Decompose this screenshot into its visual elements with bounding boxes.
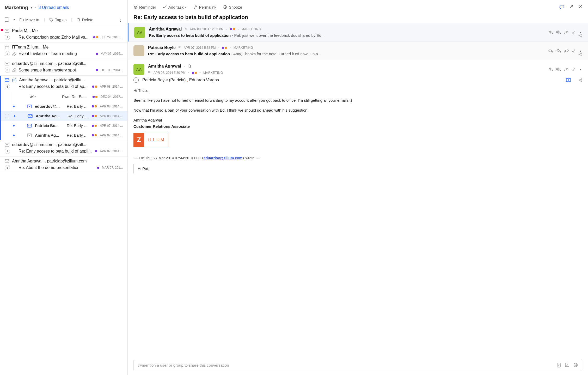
share-icon[interactable] bbox=[578, 34, 582, 38]
child-subject: Fwd: Re: Ea... bbox=[62, 94, 89, 99]
thread-child-item[interactable]: MeFwd: Re: Ea...DEC 04, 2017... bbox=[0, 92, 127, 101]
thread-item[interactable]: eduardov@zillum.com... patriciab@zill...… bbox=[0, 59, 127, 76]
thread-child-item[interactable]: Amritha Ag...Re: Early a...APR 07, 2014 … bbox=[0, 130, 127, 140]
search-icon[interactable] bbox=[187, 64, 192, 68]
child-subject: Re: Early a... bbox=[67, 123, 89, 128]
share-icon[interactable] bbox=[578, 78, 582, 82]
svg-rect-3 bbox=[5, 62, 9, 65]
message-list-pane: Marketing ▾ • 3 Unread emails ▾ Move to … bbox=[0, 0, 128, 375]
thread-child-item[interactable]: eduardov@...Re: Early a...APR 08, 2014 .… bbox=[0, 101, 127, 111]
svg-rect-5 bbox=[27, 105, 32, 108]
mention-input[interactable]: @mention a user or group to share this c… bbox=[133, 359, 582, 371]
reply-icon[interactable] bbox=[548, 68, 553, 71]
reply-icon[interactable] bbox=[548, 49, 553, 53]
folder-dropdown-icon[interactable]: ▾ bbox=[31, 6, 32, 9]
thread-subject: Re. Comparison page: Zoho Mail vs... bbox=[19, 35, 91, 40]
folder-name: Marketing bbox=[5, 5, 28, 10]
folder-header: Marketing ▾ • 3 Unread emails bbox=[0, 0, 127, 14]
task-square-icon[interactable] bbox=[565, 363, 569, 367]
chevron-down-icon[interactable]: ▾ bbox=[579, 68, 582, 71]
thread-item[interactable]: ITTeam Zillum... Me2Event Invitation - T… bbox=[0, 43, 127, 59]
tag-as-button[interactable]: Tag as bbox=[50, 17, 66, 22]
thread-date: JUL 29, 2016 ... bbox=[101, 35, 123, 39]
permalink-button[interactable]: Permalink bbox=[193, 5, 216, 9]
reply-icon[interactable] bbox=[548, 31, 553, 34]
chevron-down-icon[interactable]: ▾ bbox=[579, 50, 582, 52]
select-dropdown-icon[interactable]: ▾ bbox=[14, 18, 15, 21]
comment-icon[interactable] bbox=[559, 5, 564, 9]
unread-count[interactable]: 3 Unread emails bbox=[39, 5, 69, 10]
message-preview: Re: Early access to beta build of applic… bbox=[148, 52, 545, 56]
chevron-down-icon[interactable]: ▾ bbox=[579, 31, 582, 34]
message-label: MARKETING bbox=[241, 27, 261, 31]
flag-outline-icon[interactable] bbox=[185, 28, 187, 31]
link-icon[interactable] bbox=[572, 49, 576, 53]
thread-item[interactable]: eduardov@zillum.com... patriciab@zill...… bbox=[0, 140, 127, 157]
thread-senders: eduardov@zillum.com... patriciab@zill... bbox=[12, 142, 123, 147]
add-task-button[interactable]: Add task ▾ bbox=[163, 5, 186, 9]
thread-senders: Paula M... Me bbox=[12, 28, 123, 33]
svg-rect-13 bbox=[560, 5, 564, 8]
snooze-button[interactable]: Snooze bbox=[223, 5, 242, 9]
close-icon[interactable] bbox=[578, 5, 582, 9]
message-sender: Amritha Agrawal bbox=[149, 27, 182, 32]
emoji-icon[interactable] bbox=[573, 363, 578, 367]
envelope-icon bbox=[28, 114, 33, 118]
company-logo: ZiLLUM bbox=[133, 133, 169, 147]
reply-all-icon[interactable] bbox=[556, 49, 561, 53]
row-checkbox[interactable] bbox=[5, 114, 9, 118]
expand-recipients-icon[interactable]: › bbox=[133, 77, 139, 83]
thread-child-item[interactable]: Patricia Bo...Re: Early a...APR 07, 2014… bbox=[0, 121, 127, 130]
folder-icon bbox=[20, 18, 24, 21]
thread-subject: Re: About the demo presentation bbox=[19, 165, 95, 170]
reply-all-icon[interactable] bbox=[556, 31, 561, 34]
link-icon[interactable] bbox=[572, 68, 576, 71]
reader-icon[interactable] bbox=[566, 78, 571, 82]
thread-count-badge: 2 bbox=[5, 51, 10, 56]
move-to-button[interactable]: Move to bbox=[20, 17, 39, 22]
flag-outline-icon[interactable] bbox=[178, 46, 181, 50]
clock-icon bbox=[223, 5, 227, 9]
svg-point-0 bbox=[50, 19, 51, 19]
select-all-checkbox[interactable] bbox=[5, 17, 9, 22]
forward-icon[interactable] bbox=[564, 49, 569, 53]
attachment-icon bbox=[13, 52, 16, 56]
alarm-icon bbox=[133, 5, 138, 9]
svg-point-17 bbox=[579, 54, 580, 55]
thread-subject: Event Invitation - Team meeting bbox=[19, 51, 93, 56]
quoted-email-link[interactable]: eduardov@zillum.com bbox=[204, 156, 242, 160]
thread-item[interactable]: Amritha Agrawal... patriciab@zillum.com1… bbox=[0, 157, 127, 173]
collapsed-message[interactable]: AAAmritha AgrawalAPR 08, 2014 12:52 PM••… bbox=[128, 23, 588, 42]
tag-indicators bbox=[222, 47, 227, 49]
link-icon[interactable] bbox=[572, 31, 576, 34]
child-subject: Re: Early a... bbox=[68, 114, 89, 118]
unread-dot bbox=[13, 135, 15, 136]
reply-all-icon[interactable] bbox=[556, 68, 561, 71]
envelope-icon bbox=[5, 159, 9, 163]
svg-rect-8 bbox=[27, 134, 32, 137]
collapsed-message[interactable]: Patricia BoyleAPR 07, 2014 5:38 PM••MARK… bbox=[128, 42, 588, 60]
forward-icon[interactable] bbox=[564, 68, 569, 71]
unread-dot bbox=[13, 125, 15, 126]
reading-pane: Reminder Add task ▾ Permalink Snooze Re:… bbox=[128, 0, 588, 375]
svg-point-14 bbox=[579, 35, 580, 36]
envelope-icon bbox=[5, 143, 9, 147]
reminder-label: Reminder bbox=[139, 5, 156, 9]
thread-child-item[interactable]: Amritha Ag...Re: Early a...APR 08, 2014 … bbox=[0, 111, 127, 121]
thread-date: APR 08, 2014 ... bbox=[100, 85, 123, 88]
thread-item[interactable]: Paula M... Me1Re. Comparison page: Zoho … bbox=[0, 26, 127, 43]
share-icon[interactable] bbox=[578, 52, 582, 56]
notes-icon[interactable] bbox=[557, 363, 561, 367]
flag-outline-icon[interactable] bbox=[148, 71, 151, 74]
open-new-icon[interactable] bbox=[569, 5, 573, 9]
envelope-icon bbox=[5, 62, 9, 65]
forward-icon[interactable] bbox=[564, 31, 569, 34]
more-options-icon[interactable]: ⋮ bbox=[118, 17, 123, 22]
svg-point-28 bbox=[576, 364, 577, 365]
calendar-icon bbox=[5, 45, 9, 49]
thread-date: MAY 05, 2016... bbox=[101, 52, 123, 56]
svg-point-27 bbox=[575, 364, 575, 365]
thread-item[interactable]: (3)Amritha Agrawal... patriciab@zillu...… bbox=[0, 76, 127, 140]
reminder-button[interactable]: Reminder bbox=[133, 5, 156, 9]
delete-button[interactable]: Delete bbox=[77, 17, 93, 22]
